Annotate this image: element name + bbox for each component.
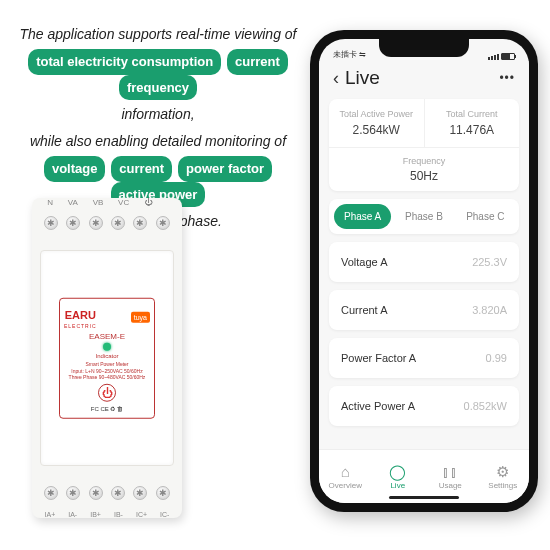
frequency-cell: Frequency 50Hz [329,147,519,191]
screw-icon: ✱ [156,216,170,230]
pill-power-factor: power factor [178,156,272,181]
screw-icon: ✱ [66,486,80,500]
screw-icon: ✱ [66,216,80,230]
nav-label: Settings [488,481,517,490]
tab-phase-b[interactable]: Phase B [395,204,452,229]
screw-icon: ✱ [133,486,147,500]
phase-tabs: Phase A Phase B Phase C [329,199,519,234]
app-screen: 未插卡 ⇋ ‹ Live ••• Total Active Power 2.56… [319,39,529,503]
home-icon: ⌂ [341,464,350,479]
screw-icon: ✱ [44,216,58,230]
cert-icons: FC CE ♻ 🗑 [64,404,150,411]
phone-notch [379,39,469,57]
term-label-ib-plus: IB+ [90,511,101,518]
hardware-device: N VA VB VC ⏻ ✱✱✱✱✱✱ EARUELECTRIC tuya EA… [32,198,182,518]
total-power-label: Total Active Power [333,109,420,119]
metric-active-power[interactable]: Active Power A 0.852kW [329,386,519,426]
total-current-label: Total Current [429,109,516,119]
page-title: Live [345,67,499,89]
total-power-cell: Total Active Power 2.564kW [329,99,424,147]
term-label-ia-plus: IA+ [45,511,56,518]
device-body: EARUELECTRIC tuya EASEM-E Indicator Smar… [40,250,174,466]
nav-label: Live [390,481,405,490]
device-top-terminals: ✱✱✱✱✱✱ [32,206,182,240]
pill-frequency: frequency [119,75,197,100]
device-label-plate: EARUELECTRIC tuya EASEM-E Indicator Smar… [59,298,155,419]
device-model: EASEM-E [64,332,150,341]
metric-power-factor[interactable]: Power Factor A 0.99 [329,338,519,378]
metric-value: 225.3V [472,256,507,268]
total-current-cell: Total Current 11.476A [424,99,520,147]
brand-sub: ELECTRIC [64,323,97,329]
signal-icon [488,54,499,60]
term-label-ib-minus: IB- [114,511,123,518]
tab-phase-a[interactable]: Phase A [334,204,391,229]
term-label-ia-minus: IA- [68,511,77,518]
more-button[interactable]: ••• [499,71,515,85]
screw-icon: ✱ [89,216,103,230]
indicator-led-icon [103,343,111,351]
nav-label: Overview [329,481,362,490]
brand-logo: EARU [65,309,96,321]
pill-current-2: current [111,156,172,181]
metric-label: Current A [341,304,387,316]
screw-icon: ✱ [44,486,58,500]
screw-icon: ✱ [111,216,125,230]
device-bottom-terminals: ✱✱✱✱✱✱ [32,476,182,510]
bottom-nav: ⌂ Overview ◯ Live ⫿⫿ Usage ⚙ Settings [319,449,529,503]
metric-label: Active Power A [341,400,415,412]
metric-value: 0.852kW [464,400,507,412]
nav-settings[interactable]: ⚙ Settings [477,450,530,503]
term-label-ic-minus: IC- [160,511,169,518]
total-power-value: 2.564kW [333,123,420,137]
frequency-value: 50Hz [329,169,519,183]
metric-voltage[interactable]: Voltage A 225.3V [329,242,519,282]
back-button[interactable]: ‹ [333,68,339,89]
nav-label: Usage [439,481,462,490]
promo-line-3: while also enabling detailed monitoring … [30,133,286,149]
status-icons [488,53,515,60]
promo-line-1: The application supports real-time viewi… [19,26,296,42]
indicator-label: Indicator [64,353,150,359]
metric-label: Voltage A [341,256,388,268]
tab-phase-c[interactable]: Phase C [457,204,514,229]
nav-overview[interactable]: ⌂ Overview [319,450,372,503]
pill-current: current [227,49,288,74]
promo-line-2: information, [121,106,194,122]
device-spec: Smart Power Meter Input: L+N 90~250VAC 5… [64,361,150,381]
home-indicator [389,496,459,499]
app-header: ‹ Live ••• [319,61,529,99]
spec-line-2: Three Phase 90~480VAC 50/60Hz [64,374,150,381]
power-button-icon: ⏻ [98,383,116,401]
screw-icon: ✱ [111,486,125,500]
gear-icon: ⚙ [496,464,509,479]
battery-icon [501,53,515,60]
chart-icon: ⫿⫿ [442,464,458,479]
frequency-label: Frequency [329,156,519,166]
pill-total-consumption: total electricity consumption [28,49,221,74]
status-carrier: 未插卡 ⇋ [333,49,366,60]
metric-label: Power Factor A [341,352,416,364]
screw-icon: ✱ [89,486,103,500]
term-label-ic-plus: IC+ [136,511,147,518]
phone-frame: 未插卡 ⇋ ‹ Live ••• Total Active Power 2.56… [310,30,538,512]
screw-icon: ✱ [133,216,147,230]
live-icon: ◯ [389,464,406,479]
total-current-value: 11.476A [429,123,516,137]
summary-card: Total Active Power 2.564kW Total Current… [329,99,519,191]
metric-value: 3.820A [472,304,507,316]
metric-value: 0.99 [486,352,507,364]
device-bottom-labels: IA+ IA- IB+ IB- IC+ IC- [32,511,182,518]
screw-icon: ✱ [156,486,170,500]
tuya-badge: tuya [131,311,150,322]
metric-current[interactable]: Current A 3.820A [329,290,519,330]
pill-voltage: voltage [44,156,106,181]
